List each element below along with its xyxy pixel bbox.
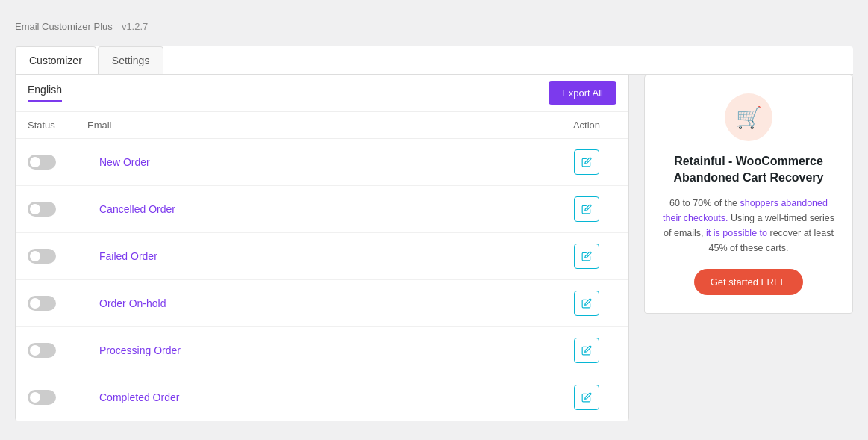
page-title: Email Customizer Plus v1.2.7 xyxy=(15,15,853,34)
toggle-slider-cancelled-order xyxy=(28,202,56,217)
email-name-failed-order: Failed Order xyxy=(99,250,557,262)
tab-settings[interactable]: Settings xyxy=(98,46,164,74)
toggle-cancelled-order[interactable] xyxy=(28,202,56,217)
edit-button-failed-order[interactable] xyxy=(574,244,599,269)
toggle-order-on-hold[interactable] xyxy=(28,296,56,311)
edit-button-completed-order[interactable] xyxy=(574,385,599,410)
email-row-failed-order: Failed Order xyxy=(16,233,628,280)
email-row-cancelled-order: Cancelled Order xyxy=(16,186,628,233)
toggle-completed-order[interactable] xyxy=(28,390,56,405)
toggle-slider-order-on-hold xyxy=(28,296,56,311)
email-row-order-on-hold: Order On-hold xyxy=(16,280,628,327)
header-action: Action xyxy=(557,120,616,131)
promo-text: 60 to 70% of the shoppers abandoned thei… xyxy=(660,196,837,255)
toggle-slider-failed-order xyxy=(28,249,56,264)
header-status: Status xyxy=(28,120,87,131)
left-panel: English Export All Status Email Action N… xyxy=(15,75,629,421)
tab-customizer[interactable]: Customizer xyxy=(15,46,96,74)
cart-icon: 🛒 xyxy=(736,105,762,130)
email-name-processing-order: Processing Order xyxy=(99,344,557,356)
promo-link-shoppers[interactable]: shoppers abandoned their checkouts. xyxy=(663,198,828,223)
lang-tab-english[interactable]: English xyxy=(28,84,62,102)
toggle-slider-new-order xyxy=(28,155,56,170)
edit-button-order-on-hold[interactable] xyxy=(574,291,599,316)
email-row-completed-order: Completed Order xyxy=(16,374,628,421)
email-name-completed-order: Completed Order xyxy=(99,391,557,403)
email-list: New Order Cancelled Order xyxy=(16,139,628,421)
toggle-slider-completed-order xyxy=(28,390,56,405)
promo-link-possible[interactable]: it is possible to xyxy=(706,228,767,238)
email-name-cancelled-order: Cancelled Order xyxy=(99,203,557,215)
main-layout: English Export All Status Email Action N… xyxy=(15,75,853,421)
edit-button-processing-order[interactable] xyxy=(574,338,599,363)
promo-title: Retainful - WooCommerce Abandoned Cart R… xyxy=(660,153,837,187)
lang-bar: English Export All xyxy=(16,75,628,112)
right-panel: 🛒 Retainful - WooCommerce Abandoned Cart… xyxy=(644,75,853,314)
edit-button-cancelled-order[interactable] xyxy=(574,196,599,222)
email-row-new-order: New Order xyxy=(16,139,628,186)
tabs-bar: Customizer Settings xyxy=(15,46,853,75)
toggle-new-order[interactable] xyxy=(28,155,56,170)
email-row-processing-order: Processing Order xyxy=(16,327,628,374)
get-started-button[interactable]: Get started FREE xyxy=(694,269,804,295)
export-all-button[interactable]: Export All xyxy=(549,81,616,105)
email-name-new-order: New Order xyxy=(99,156,557,168)
cart-icon-wrap: 🛒 xyxy=(725,93,772,141)
toggle-failed-order[interactable] xyxy=(28,249,56,264)
edit-button-new-order[interactable] xyxy=(574,149,599,175)
toggle-slider-processing-order xyxy=(28,343,56,358)
email-name-order-on-hold: Order On-hold xyxy=(99,297,557,309)
page-wrapper: Email Customizer Plus v1.2.7 Customizer … xyxy=(0,0,868,440)
toggle-processing-order[interactable] xyxy=(28,343,56,358)
table-header: Status Email Action xyxy=(16,112,628,139)
header-email: Email xyxy=(87,120,557,131)
